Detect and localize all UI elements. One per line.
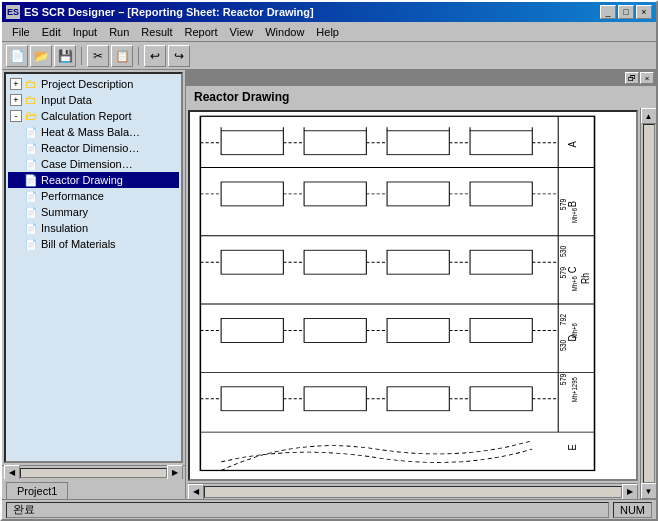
v-scroll-down[interactable]: ▼ <box>641 483 657 499</box>
title-buttons: _ □ × <box>600 5 652 19</box>
menu-file[interactable]: File <box>6 24 36 40</box>
tree-item-input-data[interactable]: + 🗀 Input Data <box>8 92 179 108</box>
svg-text:Rh: Rh <box>579 273 591 284</box>
svg-text:792: 792 <box>559 314 569 325</box>
tree-item-case-dim[interactable]: 📄 Case Dimension… <box>8 156 179 172</box>
expand-project-desc[interactable]: + <box>10 78 22 90</box>
label-input-data: Input Data <box>41 94 92 106</box>
svg-rect-24 <box>304 131 366 155</box>
svg-text:530: 530 <box>559 246 569 257</box>
menu-report[interactable]: Report <box>179 24 224 40</box>
svg-rect-40 <box>221 182 283 206</box>
status-main: 완료 <box>6 502 609 518</box>
svg-text:Mh+1295: Mh+1295 <box>570 377 578 402</box>
label-reactor-drawing: Reactor Drawing <box>41 174 123 186</box>
h-scroll-track[interactable] <box>204 486 622 498</box>
app-icon: ES <box>6 5 20 19</box>
toolbar-undo[interactable]: ↩ <box>144 45 166 67</box>
tree-item-heat-mass[interactable]: 📄 Heat & Mass Bala… <box>8 124 179 140</box>
h-scroll-right[interactable]: ▶ <box>622 484 638 500</box>
svg-text:579: 579 <box>559 374 569 385</box>
svg-rect-49 <box>221 250 283 274</box>
mdi-title-bar: 🗗 × <box>186 70 656 86</box>
tree-item-reactor-drawing[interactable]: 📄 Reactor Drawing <box>8 172 179 188</box>
menu-run[interactable]: Run <box>103 24 135 40</box>
doc-icon-insulation: 📄 <box>24 221 38 235</box>
tree-item-performance[interactable]: 📄 Performance <box>8 188 179 204</box>
folder-icon-calc-report: 🗁 <box>24 109 38 123</box>
expand-input-data[interactable]: + <box>10 94 22 106</box>
toolbar-copy[interactable]: 📋 <box>111 45 133 67</box>
title-bar-left: ES ES SCR Designer – [Reporting Sheet: R… <box>6 5 314 19</box>
maximize-button[interactable]: □ <box>618 5 634 19</box>
svg-rect-25 <box>387 131 449 155</box>
left-scroll-track[interactable] <box>20 468 167 478</box>
window-title: ES SCR Designer – [Reporting Sheet: Reac… <box>24 6 314 18</box>
menu-edit[interactable]: Edit <box>36 24 67 40</box>
tab-project1[interactable]: Project1 <box>6 482 68 499</box>
menu-result[interactable]: Result <box>135 24 178 40</box>
toolbar-sep2 <box>138 47 139 65</box>
num-text: NUM <box>620 504 645 516</box>
tree-item-summary[interactable]: 📄 Summary <box>8 204 179 220</box>
close-button[interactable]: × <box>636 5 652 19</box>
drawing-title: Reactor Drawing <box>194 90 289 104</box>
tree-item-calc-report[interactable]: - 🗁 Calculation Report <box>8 108 179 124</box>
menu-window[interactable]: Window <box>259 24 310 40</box>
h-scroll-left[interactable]: ◀ <box>188 484 204 500</box>
svg-rect-60 <box>387 319 449 343</box>
tree-item-bill-materials[interactable]: 📄 Bill of Materials <box>8 236 179 252</box>
drawing-panel: A B C D E Rh 579 530 579 79 <box>186 108 640 499</box>
svg-rect-69 <box>387 387 449 411</box>
expand-calc-report[interactable]: - <box>10 110 22 122</box>
label-project-desc: Project Description <box>41 78 133 90</box>
h-scrollbar: ◀ ▶ <box>188 483 638 499</box>
svg-text:579: 579 <box>559 199 569 210</box>
svg-text:Mh+6: Mh+6 <box>570 208 578 223</box>
project-tab-bar: Project1 <box>2 479 185 499</box>
left-panel: + 🗀 Project Description + 🗀 Input Data -… <box>2 70 186 499</box>
tree-item-project-desc[interactable]: + 🗀 Project Description <box>8 76 179 92</box>
mdi-restore-btn[interactable]: 🗗 <box>625 72 639 84</box>
tree-panel: + 🗀 Project Description + 🗀 Input Data -… <box>4 72 183 463</box>
doc-icon-reactor-drawing: 📄 <box>24 173 38 187</box>
svg-rect-67 <box>221 387 283 411</box>
svg-rect-41 <box>304 182 366 206</box>
svg-rect-43 <box>470 182 532 206</box>
toolbar: 📄 📂 💾 ✂ 📋 ↩ ↪ <box>2 42 656 70</box>
svg-text:A: A <box>566 141 578 147</box>
toolbar-open[interactable]: 📂 <box>30 45 52 67</box>
toolbar-save[interactable]: 💾 <box>54 45 76 67</box>
main-window: ES ES SCR Designer – [Reporting Sheet: R… <box>0 0 658 521</box>
svg-rect-51 <box>387 250 449 274</box>
content-area: 🗗 × Reactor Drawing <box>186 70 656 499</box>
svg-rect-26 <box>470 131 532 155</box>
tree-item-insulation[interactable]: 📄 Insulation <box>8 220 179 236</box>
status-text: 완료 <box>13 502 35 517</box>
svg-rect-61 <box>470 319 532 343</box>
svg-rect-52 <box>470 250 532 274</box>
v-scroll-track[interactable] <box>643 124 655 483</box>
folder-icon-project-desc: 🗀 <box>24 77 38 91</box>
toolbar-cut[interactable]: ✂ <box>87 45 109 67</box>
tree-item-reactor-dim[interactable]: 📄 Reactor Dimensio… <box>8 140 179 156</box>
doc-icon-reactor-dim: 📄 <box>24 141 38 155</box>
svg-text:Mh+6: Mh+6 <box>570 276 578 291</box>
svg-rect-70 <box>470 387 532 411</box>
left-scrollbar: ◀ ▶ <box>2 465 185 479</box>
doc-icon-performance: 📄 <box>24 189 38 203</box>
menu-view[interactable]: View <box>224 24 260 40</box>
mdi-close-btn[interactable]: × <box>640 72 654 84</box>
v-scroll-up[interactable]: ▲ <box>641 108 657 124</box>
menu-bar: File Edit Input Run Result Report View W… <box>2 22 656 42</box>
label-bill-materials: Bill of Materials <box>41 238 116 250</box>
label-performance: Performance <box>41 190 104 202</box>
menu-help[interactable]: Help <box>310 24 345 40</box>
drawing-area: A B C D E Rh 579 530 579 79 <box>188 110 638 481</box>
toolbar-new[interactable]: 📄 <box>6 45 28 67</box>
menu-input[interactable]: Input <box>67 24 103 40</box>
toolbar-redo[interactable]: ↪ <box>168 45 190 67</box>
v-scrollbar: ▲ ▼ <box>640 108 656 499</box>
svg-text:579: 579 <box>559 267 569 278</box>
minimize-button[interactable]: _ <box>600 5 616 19</box>
